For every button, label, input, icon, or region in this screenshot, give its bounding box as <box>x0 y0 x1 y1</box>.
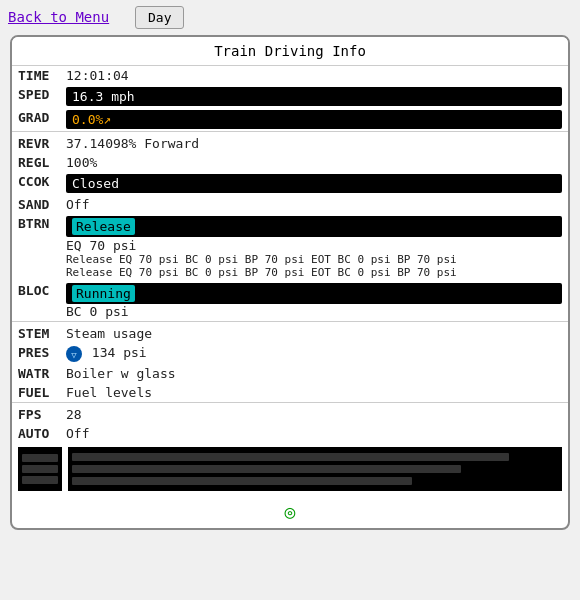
thumb-line-1 <box>72 453 509 461</box>
thumb-bar-1 <box>22 454 58 462</box>
row-label: FPS <box>12 402 60 424</box>
row-label: REVR <box>12 132 60 154</box>
row-label: BTRN <box>12 214 60 281</box>
panel-footer: ◎ <box>12 495 568 528</box>
thumb-icon-left <box>18 447 62 491</box>
row-label: BLOC <box>12 281 60 322</box>
row-label: REGL <box>12 153 60 172</box>
row-value: 12:01:04 <box>60 66 568 85</box>
row-label: SAND <box>12 195 60 214</box>
table-row: REGL 100% <box>12 153 568 172</box>
row-value: Fuel levels <box>60 383 568 403</box>
table-row: BLOC Running BC 0 psi <box>12 281 568 322</box>
row-label: STEM <box>12 322 60 344</box>
row-label: AUTO <box>12 424 60 443</box>
table-row: REVR 37.14098% Forward <box>12 132 568 154</box>
table-row: CCOK Closed <box>12 172 568 195</box>
grad-value: 0.0%↗ <box>72 112 111 127</box>
day-button[interactable]: Day <box>135 6 184 29</box>
row-value: 0.0%↗ <box>60 108 568 132</box>
row-label: GRAD <box>12 108 60 132</box>
table-row: SPED 16.3 mph <box>12 85 568 108</box>
thumb-line-3 <box>72 477 412 485</box>
panel-title: Train Driving Info <box>12 37 568 66</box>
table-row: TIME 12:01:04 <box>12 66 568 85</box>
thumb-content-right <box>68 447 562 491</box>
sped-bar: 16.3 mph <box>66 87 562 106</box>
table-row: FUEL Fuel levels <box>12 383 568 403</box>
row-value: ▽ 134 psi <box>60 343 568 364</box>
row-value: Off <box>60 195 568 214</box>
ccok-bar: Closed <box>66 174 562 193</box>
thumb-bar-2 <box>22 465 58 473</box>
table-row: AUTO Off <box>12 424 568 443</box>
row-value: 28 <box>60 402 568 424</box>
btrn-extra2: Release EQ 70 psi BC 0 psi BP 70 psi EOT… <box>66 253 562 266</box>
row-value: Release EQ 70 psi Release EQ 70 psi BC 0… <box>60 214 568 281</box>
row-value: 37.14098% Forward <box>60 132 568 154</box>
row-label: WATR <box>12 364 60 383</box>
row-value: Boiler w glass <box>60 364 568 383</box>
grad-bar: 0.0%↗ <box>66 110 562 129</box>
row-value: Closed <box>60 172 568 195</box>
row-label: CCOK <box>12 172 60 195</box>
row-label: SPED <box>12 85 60 108</box>
table-row: GRAD 0.0%↗ <box>12 108 568 132</box>
thumb-bar-3 <box>22 476 58 484</box>
btrn-extra1: EQ 70 psi <box>66 238 562 253</box>
row-value: Off <box>60 424 568 443</box>
btrn-bar: Release <box>66 216 562 237</box>
main-panel: Train Driving Info TIME 12:01:04 SPED 16… <box>10 35 570 530</box>
row-value: Steam usage <box>60 322 568 344</box>
table-row: PRES ▽ 134 psi <box>12 343 568 364</box>
row-value: 16.3 mph <box>60 85 568 108</box>
thumbnail-row <box>12 443 568 495</box>
row-label: FUEL <box>12 383 60 403</box>
thumb-group <box>18 447 562 491</box>
btrn-value: Release <box>72 218 135 235</box>
info-table: TIME 12:01:04 SPED 16.3 mph GRAD 0.0%↗ <box>12 66 568 495</box>
pres-icon: ▽ <box>66 346 82 362</box>
bloc-value: Running <box>72 285 135 302</box>
back-to-menu-link[interactable]: Back to Menu <box>0 1 117 33</box>
table-row: BTRN Release EQ 70 psi Release EQ 70 psi… <box>12 214 568 281</box>
row-value: 100% <box>60 153 568 172</box>
footer-icon: ◎ <box>285 501 296 522</box>
btrn-extra3: Release EQ 70 psi BC 0 psi BP 70 psi EOT… <box>66 266 562 279</box>
thumb-line-2 <box>72 465 461 473</box>
table-row: SAND Off <box>12 195 568 214</box>
row-label: PRES <box>12 343 60 364</box>
row-label: TIME <box>12 66 60 85</box>
bloc-extra: BC 0 psi <box>66 304 562 319</box>
table-row: STEM Steam usage <box>12 322 568 344</box>
row-value: Running BC 0 psi <box>60 281 568 322</box>
table-row: WATR Boiler w glass <box>12 364 568 383</box>
thumb-lines <box>68 447 562 491</box>
thumbnail-container <box>12 443 568 495</box>
bloc-bar: Running <box>66 283 562 304</box>
table-row: FPS 28 <box>12 402 568 424</box>
